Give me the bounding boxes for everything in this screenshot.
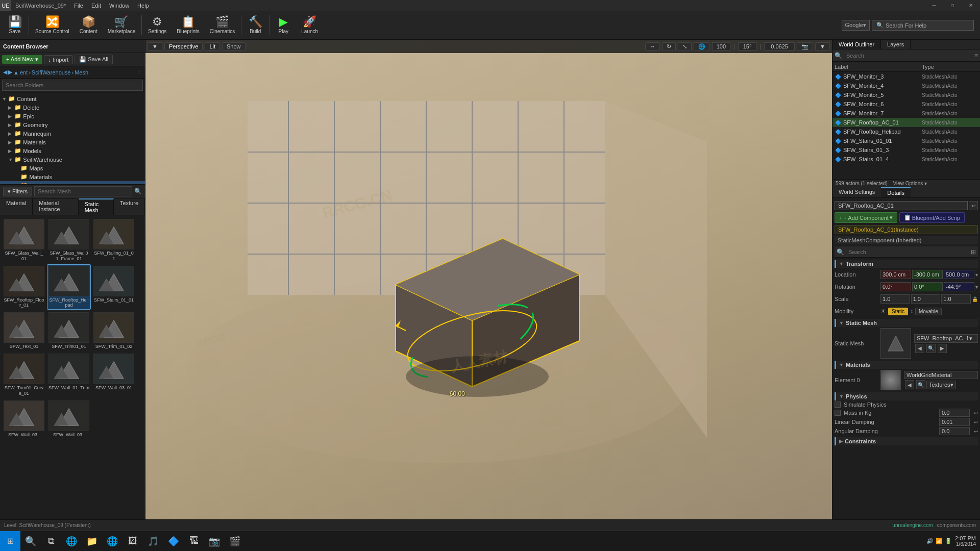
taskbar-media[interactable]: 🎬 [225,531,245,552]
breadcrumb-mesh[interactable]: Mesh [75,69,88,76]
vp-fov-value[interactable]: 100 [712,42,730,51]
rotation-x[interactable]: 0.0° [880,282,911,291]
menu-edit[interactable]: Edit [87,0,105,11]
nav-back-btn[interactable]: ◀ [3,69,7,76]
tree-expand-arrow[interactable]: ▶ [8,105,14,110]
search-mesh-input[interactable] [34,186,132,196]
sm-nav-next[interactable]: ▶ [938,344,947,353]
google-dropdown[interactable]: Google▾ [842,20,870,31]
tree-expand-arrow[interactable]: ▶ [8,114,14,119]
mat-search-btn[interactable]: 🔍 [916,380,925,389]
sm-nav-prev[interactable]: ◀ [915,344,924,353]
tree-item-models[interactable]: ▶📁Models [0,146,145,155]
tree-item-epic[interactable]: ▶📁Epic [0,112,145,120]
menu-help[interactable]: Help [133,0,153,11]
details-grid-btn[interactable]: ⊞ [969,248,978,256]
world-outliner-tab[interactable]: World Outliner [832,40,881,49]
asset-item-1[interactable]: SFW_Glass_Wall01_Frame_01 [47,217,91,263]
simulate-physics-checkbox[interactable] [835,402,841,408]
menu-window[interactable]: Window [105,0,133,11]
mass-checkbox[interactable] [835,410,841,416]
asset-item-9[interactable]: SFW_Trim01_Curve_01 [2,352,46,398]
tree-item-materials[interactable]: 📁Materials [0,172,145,181]
outliner-row-5[interactable]: 🔷 SFW_Rooftop_AC_01 StaticMeshActo [832,118,980,127]
nav-up-btn[interactable]: ▲ [13,69,19,76]
static-mesh-section-header[interactable]: ▼ Static Mesh [835,319,978,327]
maximize-btn[interactable]: □ [943,0,962,11]
taskbar-search[interactable]: 🔍 [20,531,41,552]
actor-name-input[interactable] [835,201,968,210]
tree-expand-arrow[interactable]: ▶ [8,131,14,136]
taskbar-chrome[interactable]: 🌐 [102,531,122,552]
scale-lock-icon[interactable]: 🔒 [972,296,978,302]
asset-item-10[interactable]: SFW_Wall_01_Trim [47,352,91,398]
location-z[interactable]: 500.0 cm [944,270,974,279]
asset-item-2[interactable]: SFW_Railing_01_01 [92,217,136,263]
source-control-button[interactable]: 🔀 Source Control [30,11,75,39]
taskbar-photos[interactable]: 🖼 [122,531,143,552]
vp-camera-btn[interactable]: 📷 [797,42,813,51]
viewport[interactable]: ▼ Perspective Lit Show ↔ ↻ ⤡ 🌐 100 | 15°… [145,40,832,537]
vp-scale-value[interactable]: 0.0625 [764,42,795,51]
tab-static-mesh[interactable]: Static Mesh [79,198,114,215]
sys-tray-icon-3[interactable]: 🔋 [945,538,952,544]
sm-search-btn[interactable]: 🔍 [926,344,936,353]
add-component-button[interactable]: + + Add Component ▾ [835,212,897,223]
save-button[interactable]: 💾 Save [2,11,28,39]
tree-expand-arrow[interactable]: ▶ [8,122,14,128]
add-new-button[interactable]: + Add New ▾ [2,55,42,64]
outliner-row-8[interactable]: 🔷 SFW_Stairs_01_3 StaticMeshActo [832,145,980,155]
marketplace-button[interactable]: 🛒 Marketplace [103,11,140,39]
vp-angle-value[interactable]: 15° [738,42,756,51]
learn-link[interactable]: components.com [937,522,976,528]
linear-damping-reset-btn[interactable]: ↩ [974,419,978,425]
taskbar-ie[interactable]: 🌐 [61,531,82,552]
settings-button[interactable]: ⚙ Settings [143,11,172,39]
outliner-search-input[interactable] [844,52,972,60]
breadcrumb-options[interactable]: ⋮ [136,69,142,76]
static-mobility-btn[interactable]: Static [888,308,908,315]
rotation-z[interactable]: -44.9° [944,282,974,291]
sys-tray-icon-2[interactable]: 📶 [936,538,943,544]
mass-reset-btn[interactable]: ↩ [974,410,978,416]
vp-world-btn[interactable]: 🌐 [694,42,710,51]
sys-tray-icon-1[interactable]: 🔊 [926,538,934,544]
outliner-row-7[interactable]: 🔷 SFW_Stairs_01_01 StaticMeshActo [832,136,980,145]
textures-dropdown[interactable]: Textures▾ [926,381,956,389]
tree-expand-arrow[interactable]: ▼ [2,96,8,102]
vp-rotate-btn[interactable]: ↻ [662,42,676,51]
tree-item-delete[interactable]: ▶📁Delete [0,103,145,112]
physics-section-header[interactable]: ▼ Physics [835,392,978,400]
taskbar-build[interactable]: 🏗 [184,531,204,552]
asset-item-12[interactable]: SFW_Wall_03_ [2,399,46,439]
material-value[interactable]: WorldGridMaterial [904,371,978,379]
scale-z[interactable]: 1.0 [941,294,971,304]
outliner-row-9[interactable]: 🔷 SFW_Stairs_01_4 StaticMeshActo [832,155,980,164]
vp-scale-btn[interactable]: ⤡ [678,42,692,51]
scale-x[interactable]: 1.0 [880,294,910,304]
start-button[interactable]: ⊞ [0,531,20,552]
details-tab[interactable]: Details [881,187,911,197]
tree-item-geometry[interactable]: ▶📁Geometry [0,120,145,129]
sm-value[interactable]: SFW_Rooftop_AC_1▾ [914,334,978,343]
import-button[interactable]: ↓ Import [44,55,74,64]
outliner-row-0[interactable]: 🔷 SFW_Monitor_3 StaticMeshActo [832,72,980,81]
tree-expand-arrow[interactable]: ▶ [8,148,14,154]
menu-file[interactable]: File [70,0,87,11]
tree-item-content[interactable]: ▼📁Content [0,94,145,103]
mass-value-input[interactable] [939,409,970,417]
play-button[interactable]: ▶ Play [271,11,296,39]
vp-perspective-btn[interactable]: Perspective [164,42,203,51]
tree-expand-arrow[interactable]: ▼ [8,157,14,162]
angular-damping-input[interactable] [939,427,970,435]
asset-item-5[interactable]: SFW_Stairs_01_01 [92,264,136,310]
taskbar-camera[interactable]: 📷 [204,531,225,552]
scale-y[interactable]: 1.0 [911,294,941,304]
blueprint-button[interactable]: 📋 Blueprint/Add Scrip [899,212,965,223]
blueprints-button[interactable]: 📋 Blueprints [172,11,204,39]
materials-section-header[interactable]: ▼ Materials [835,361,978,369]
actor-name-reset-btn[interactable]: ↩ [969,201,978,210]
location-x[interactable]: 300.0 cm [880,270,911,279]
tab-material[interactable]: Material [0,198,33,215]
launch-button[interactable]: 🚀 Launch [296,11,323,39]
